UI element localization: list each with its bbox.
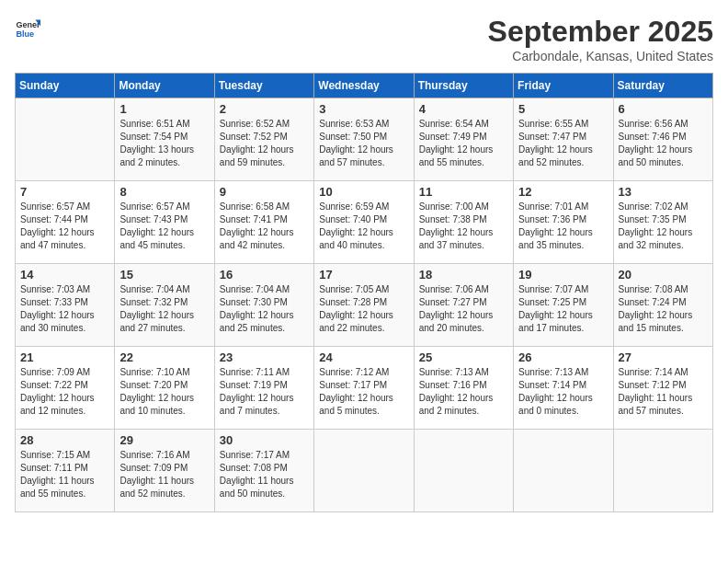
calendar-cell: 9Sunrise: 6:58 AM Sunset: 7:41 PM Daylig… (214, 181, 313, 264)
sun-info: Sunrise: 7:17 AM Sunset: 7:08 PM Dayligh… (220, 449, 309, 500)
calendar-cell: 12Sunrise: 7:01 AM Sunset: 7:36 PM Dayli… (514, 181, 613, 264)
calendar-cell: 23Sunrise: 7:11 AM Sunset: 7:19 PM Dayli… (214, 347, 313, 430)
week-row-5: 28Sunrise: 7:15 AM Sunset: 7:11 PM Dayli… (16, 430, 713, 512)
day-number: 10 (319, 185, 408, 199)
calendar-cell: 7Sunrise: 6:57 AM Sunset: 7:44 PM Daylig… (16, 181, 115, 264)
week-row-4: 21Sunrise: 7:09 AM Sunset: 7:22 PM Dayli… (16, 347, 713, 430)
calendar-cell: 18Sunrise: 7:06 AM Sunset: 7:27 PM Dayli… (414, 264, 513, 347)
sun-info: Sunrise: 6:59 AM Sunset: 7:40 PM Dayligh… (319, 201, 408, 252)
sun-info: Sunrise: 6:57 AM Sunset: 7:43 PM Dayligh… (119, 201, 209, 252)
calendar-cell: 25Sunrise: 7:13 AM Sunset: 7:16 PM Dayli… (414, 347, 513, 430)
weekday-header-tuesday: Tuesday (214, 74, 313, 98)
calendar-cell: 20Sunrise: 7:08 AM Sunset: 7:24 PM Dayli… (613, 264, 712, 347)
calendar-cell: 17Sunrise: 7:05 AM Sunset: 7:28 PM Dayli… (314, 264, 414, 347)
calendar-cell: 4Sunrise: 6:54 AM Sunset: 7:49 PM Daylig… (414, 98, 513, 181)
sun-info: Sunrise: 7:10 AM Sunset: 7:20 PM Dayligh… (119, 366, 209, 418)
calendar-cell: 30Sunrise: 7:17 AM Sunset: 7:08 PM Dayli… (214, 430, 313, 512)
page-header: General Blue September 2025 Carbondale, … (15, 15, 713, 63)
calendar-cell: 2Sunrise: 6:52 AM Sunset: 7:52 PM Daylig… (214, 98, 313, 181)
day-number: 23 (220, 350, 309, 364)
svg-text:Blue: Blue (16, 29, 34, 39)
calendar-cell (514, 430, 613, 512)
day-number: 26 (518, 350, 608, 364)
calendar-cell: 10Sunrise: 6:59 AM Sunset: 7:40 PM Dayli… (314, 181, 414, 264)
day-number: 14 (20, 268, 109, 282)
calendar-cell: 14Sunrise: 7:03 AM Sunset: 7:33 PM Dayli… (16, 264, 115, 347)
calendar-cell: 24Sunrise: 7:12 AM Sunset: 7:17 PM Dayli… (314, 347, 414, 430)
day-number: 24 (319, 350, 408, 364)
sun-info: Sunrise: 7:02 AM Sunset: 7:35 PM Dayligh… (619, 201, 708, 252)
logo: General Blue (15, 15, 40, 40)
day-number: 5 (518, 102, 608, 116)
weekday-header-friday: Friday (514, 74, 613, 98)
calendar-cell: 13Sunrise: 7:02 AM Sunset: 7:35 PM Dayli… (613, 181, 712, 264)
day-number: 9 (220, 185, 309, 199)
day-number: 21 (20, 350, 109, 364)
day-number: 13 (619, 185, 708, 199)
sun-info: Sunrise: 7:04 AM Sunset: 7:32 PM Dayligh… (119, 283, 209, 335)
sun-info: Sunrise: 7:14 AM Sunset: 7:12 PM Dayligh… (619, 366, 708, 418)
calendar-cell: 22Sunrise: 7:10 AM Sunset: 7:20 PM Dayli… (115, 347, 214, 430)
sun-info: Sunrise: 7:07 AM Sunset: 7:25 PM Dayligh… (518, 283, 608, 335)
sun-info: Sunrise: 6:58 AM Sunset: 7:41 PM Dayligh… (220, 201, 309, 252)
day-number: 8 (119, 185, 209, 199)
calendar-cell: 28Sunrise: 7:15 AM Sunset: 7:11 PM Dayli… (16, 430, 115, 512)
day-number: 16 (220, 268, 309, 282)
day-number: 11 (419, 185, 508, 199)
location: Carbondale, Kansas, United States (488, 49, 713, 63)
sun-info: Sunrise: 7:15 AM Sunset: 7:11 PM Dayligh… (20, 449, 109, 500)
sun-info: Sunrise: 7:00 AM Sunset: 7:38 PM Dayligh… (419, 201, 508, 252)
sun-info: Sunrise: 7:11 AM Sunset: 7:19 PM Dayligh… (220, 366, 309, 418)
weekday-header-row: SundayMondayTuesdayWednesdayThursdayFrid… (16, 74, 713, 98)
sun-info: Sunrise: 7:03 AM Sunset: 7:33 PM Dayligh… (20, 283, 109, 335)
sun-info: Sunrise: 6:56 AM Sunset: 7:46 PM Dayligh… (619, 118, 708, 169)
calendar-cell (314, 430, 414, 512)
day-number: 19 (518, 268, 608, 282)
calendar-cell: 15Sunrise: 7:04 AM Sunset: 7:32 PM Dayli… (115, 264, 214, 347)
title-block: September 2025 Carbondale, Kansas, Unite… (488, 15, 713, 63)
weekday-header-sunday: Sunday (16, 74, 115, 98)
weekday-header-wednesday: Wednesday (314, 74, 414, 98)
day-number: 22 (119, 350, 209, 364)
calendar-cell: 19Sunrise: 7:07 AM Sunset: 7:25 PM Dayli… (514, 264, 613, 347)
day-number: 17 (319, 268, 408, 282)
day-number: 6 (619, 102, 708, 116)
sun-info: Sunrise: 7:06 AM Sunset: 7:27 PM Dayligh… (419, 283, 508, 335)
sun-info: Sunrise: 7:04 AM Sunset: 7:30 PM Dayligh… (220, 283, 309, 335)
calendar-cell: 26Sunrise: 7:13 AM Sunset: 7:14 PM Dayli… (514, 347, 613, 430)
sun-info: Sunrise: 7:16 AM Sunset: 7:09 PM Dayligh… (119, 449, 209, 500)
day-number: 3 (319, 102, 408, 116)
calendar-cell: 16Sunrise: 7:04 AM Sunset: 7:30 PM Dayli… (214, 264, 313, 347)
day-number: 25 (419, 350, 508, 364)
day-number: 4 (419, 102, 508, 116)
calendar-table: SundayMondayTuesdayWednesdayThursdayFrid… (15, 73, 713, 512)
calendar-cell: 27Sunrise: 7:14 AM Sunset: 7:12 PM Dayli… (613, 347, 712, 430)
calendar-cell: 5Sunrise: 6:55 AM Sunset: 7:47 PM Daylig… (514, 98, 613, 181)
sun-info: Sunrise: 7:12 AM Sunset: 7:17 PM Dayligh… (319, 366, 408, 418)
day-number: 29 (119, 433, 209, 447)
weekday-header-monday: Monday (115, 74, 214, 98)
day-number: 28 (20, 433, 109, 447)
sun-info: Sunrise: 7:08 AM Sunset: 7:24 PM Dayligh… (619, 283, 708, 335)
week-row-1: 1Sunrise: 6:51 AM Sunset: 7:54 PM Daylig… (16, 98, 713, 181)
sun-info: Sunrise: 6:57 AM Sunset: 7:44 PM Dayligh… (20, 201, 109, 252)
sun-info: Sunrise: 6:55 AM Sunset: 7:47 PM Dayligh… (518, 118, 608, 169)
calendar-cell (16, 98, 115, 181)
calendar-cell (613, 430, 712, 512)
sun-info: Sunrise: 7:13 AM Sunset: 7:16 PM Dayligh… (419, 366, 508, 418)
sun-info: Sunrise: 6:53 AM Sunset: 7:50 PM Dayligh… (319, 118, 408, 169)
calendar-cell: 29Sunrise: 7:16 AM Sunset: 7:09 PM Dayli… (115, 430, 214, 512)
calendar-cell: 8Sunrise: 6:57 AM Sunset: 7:43 PM Daylig… (115, 181, 214, 264)
week-row-3: 14Sunrise: 7:03 AM Sunset: 7:33 PM Dayli… (16, 264, 713, 347)
weekday-header-thursday: Thursday (414, 74, 513, 98)
calendar-cell: 6Sunrise: 6:56 AM Sunset: 7:46 PM Daylig… (613, 98, 712, 181)
sun-info: Sunrise: 7:05 AM Sunset: 7:28 PM Dayligh… (319, 283, 408, 335)
day-number: 12 (518, 185, 608, 199)
day-number: 2 (220, 102, 309, 116)
calendar-cell: 21Sunrise: 7:09 AM Sunset: 7:22 PM Dayli… (16, 347, 115, 430)
sun-info: Sunrise: 6:54 AM Sunset: 7:49 PM Dayligh… (419, 118, 508, 169)
week-row-2: 7Sunrise: 6:57 AM Sunset: 7:44 PM Daylig… (16, 181, 713, 264)
day-number: 30 (220, 433, 309, 447)
calendar-cell (414, 430, 513, 512)
day-number: 20 (619, 268, 708, 282)
